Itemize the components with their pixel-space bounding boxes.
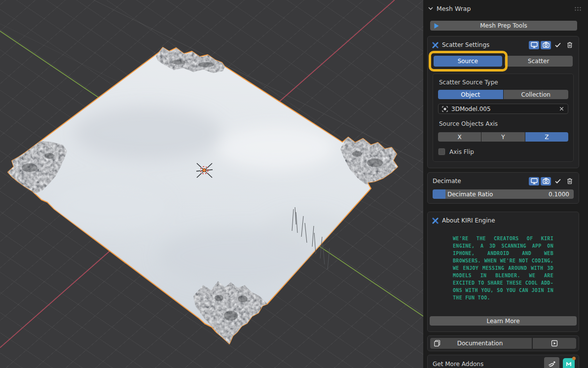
axis-z-label: Z bbox=[545, 134, 549, 141]
about-kiri-title: About KIRI Engine bbox=[442, 217, 495, 224]
display-viewport-toggle[interactable] bbox=[529, 41, 539, 49]
clear-object-button[interactable] bbox=[558, 106, 565, 112]
tab-source-label: Source bbox=[458, 58, 478, 65]
scatter-settings-title: Scatter Settings bbox=[442, 41, 489, 48]
source-object-field[interactable]: 3DModel.005 bbox=[438, 104, 568, 114]
delete-modifier-button[interactable] bbox=[564, 41, 575, 49]
scatter-source-type-label: Scatter Source Type bbox=[439, 79, 568, 86]
axis-flip-checkbox[interactable] bbox=[438, 148, 445, 155]
collapse-chevron-icon[interactable] bbox=[427, 5, 434, 12]
documentation-label: Documentation bbox=[441, 340, 519, 347]
documentation-button[interactable]: Documentation bbox=[430, 338, 532, 349]
scatter-source-type-box: Scatter Source Type Object Collection 3D… bbox=[433, 74, 574, 162]
display-render-icon bbox=[542, 177, 550, 185]
get-more-addons-box: Get More Addons bbox=[427, 355, 579, 368]
mesh-prep-tools-button[interactable]: Mesh Prep Tools bbox=[430, 21, 577, 31]
kiri-app-notification-dot bbox=[572, 357, 576, 360]
decimate-ratio-slider[interactable]: Decimate Ratio 0.1000 bbox=[433, 189, 574, 199]
superhive-market-button[interactable] bbox=[544, 357, 559, 368]
decimate-header: Decimate bbox=[428, 173, 579, 187]
axis-y-label: Y bbox=[501, 134, 505, 141]
blender-window: Mesh Wrap Mesh Prep Tools Scatter Settin… bbox=[0, 0, 588, 368]
tab-source[interactable]: Source bbox=[434, 56, 502, 67]
get-more-addons-label: Get More Addons bbox=[433, 361, 483, 368]
axis-flip-label: Axis Flip bbox=[449, 148, 474, 155]
decimate-ratio-label: Decimate Ratio bbox=[447, 191, 493, 198]
axis-x-button[interactable]: X bbox=[438, 132, 481, 142]
option-collection-label: Collection bbox=[521, 91, 551, 98]
display-render-icon bbox=[542, 41, 550, 49]
decimate-delete-button[interactable] bbox=[564, 177, 575, 185]
option-collection[interactable]: Collection bbox=[504, 90, 569, 99]
axis-y-button[interactable]: Y bbox=[481, 132, 524, 142]
apply-modifier-button[interactable] bbox=[552, 41, 563, 49]
copy-docs-icon bbox=[433, 339, 441, 347]
tab-scatter[interactable]: Scatter bbox=[505, 56, 573, 67]
decimate-ratio-value: 0.1000 bbox=[549, 191, 569, 198]
source-objects-axis-label: Source Objects Axis bbox=[439, 120, 568, 127]
kiri-tools-icon bbox=[432, 41, 439, 49]
decimate-box: Decimate bbox=[427, 172, 579, 204]
video-link-icon bbox=[551, 339, 558, 347]
panel-title: Mesh Wrap bbox=[437, 5, 471, 12]
3d-viewport[interactable] bbox=[0, 0, 423, 368]
source-object-name: 3DModel.005 bbox=[451, 106, 491, 112]
source-scatter-tabs: Source Scatter bbox=[428, 56, 579, 67]
object-data-icon bbox=[441, 106, 448, 112]
kiri-tools-icon bbox=[432, 217, 439, 224]
scatter-settings-box: Scatter Settings bbox=[427, 36, 579, 168]
display-viewport-icon bbox=[530, 41, 538, 49]
decimate-display-viewport-toggle[interactable] bbox=[529, 177, 539, 185]
viewport-scene bbox=[0, 0, 423, 368]
panel-grip-icon[interactable] bbox=[574, 6, 582, 11]
n-panel-sidebar: Mesh Wrap Mesh Prep Tools Scatter Settin… bbox=[423, 0, 588, 368]
video-tutorial-button[interactable] bbox=[533, 338, 576, 349]
scanned-terrain-mesh[interactable] bbox=[5, 46, 400, 347]
display-viewport-icon bbox=[530, 177, 538, 185]
apply-icon bbox=[554, 41, 562, 49]
decimate-display-render-toggle[interactable] bbox=[541, 177, 551, 185]
slider-fill bbox=[433, 189, 445, 199]
axis-z-button[interactable]: Z bbox=[525, 132, 568, 142]
learn-more-label: Learn More bbox=[486, 318, 519, 325]
option-object-label: Object bbox=[461, 91, 480, 98]
axis-segmented: X Y Z bbox=[438, 132, 568, 142]
about-kiri-box: About KIRI Engine WE'RE THE CREATORS OF … bbox=[427, 212, 579, 332]
display-render-toggle[interactable] bbox=[541, 41, 551, 49]
axis-x-label: X bbox=[458, 134, 462, 141]
about-kiri-header: About KIRI Engine bbox=[428, 212, 579, 227]
delete-icon bbox=[566, 41, 574, 49]
mesh-prep-tools-label: Mesh Prep Tools bbox=[480, 22, 527, 29]
learn-more-button[interactable]: Learn More bbox=[430, 316, 577, 326]
option-object[interactable]: Object bbox=[438, 90, 503, 99]
tab-scatter-label: Scatter bbox=[528, 58, 549, 65]
scatter-settings-header: Scatter Settings bbox=[428, 37, 579, 51]
kiri-app-icon bbox=[565, 360, 573, 368]
superhive-market-icon bbox=[548, 360, 556, 368]
kiri-app-button[interactable] bbox=[563, 358, 575, 368]
delete-icon bbox=[566, 177, 574, 185]
play-icon bbox=[434, 23, 440, 29]
about-kiri-text: WE'RE THE CREATORS OF KIRI ENGINE, A 3D … bbox=[453, 235, 553, 301]
object-collection-segmented: Object Collection bbox=[438, 90, 568, 99]
mesh-wrap-panel-header[interactable]: Mesh Wrap bbox=[423, 0, 588, 15]
axis-flip-row: Axis Flip bbox=[438, 148, 568, 155]
apply-icon bbox=[554, 177, 562, 185]
clear-x-icon bbox=[558, 106, 565, 112]
decimate-apply-button[interactable] bbox=[552, 177, 563, 185]
decimate-title: Decimate bbox=[433, 178, 461, 184]
documentation-box: Documentation bbox=[427, 335, 579, 351]
